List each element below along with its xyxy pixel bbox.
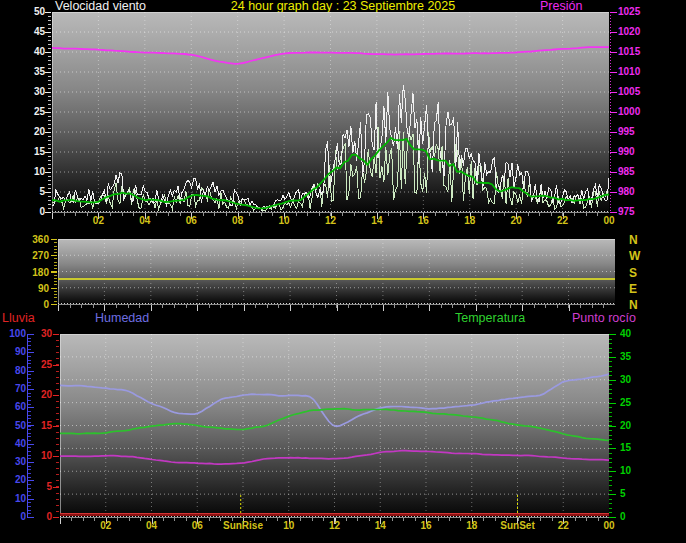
pressure-axis-tick-label: 995 xyxy=(618,127,635,137)
pressure-series xyxy=(52,47,609,64)
top-hour-label: 12 xyxy=(307,216,355,226)
temperature-axis-tick-label: 40 xyxy=(620,329,631,339)
bottom-hour-label: 16 xyxy=(402,521,450,531)
rain-label: Lluvia xyxy=(2,312,35,325)
panel1-canvas xyxy=(52,12,609,212)
pressure-axis-tick-label: 980 xyxy=(618,187,635,197)
direction-axis-tick-label: 360 xyxy=(1,235,49,245)
humidity-temperature-plot[interactable] xyxy=(60,334,609,517)
rain-axis-tick-label: 15 xyxy=(4,421,52,431)
wind-axis-tick-label: 40 xyxy=(0,47,45,57)
top-hour-label: 06 xyxy=(167,216,215,226)
pressure-axis-tick-label: 1020 xyxy=(618,27,640,37)
pressure-axis-tick-label: 1025 xyxy=(618,7,640,17)
pressure-axis-tick-label: 985 xyxy=(618,167,635,177)
direction-axis-ruler xyxy=(51,239,57,305)
wind-axis-tick-label: 50 xyxy=(0,7,45,17)
rain-axis-ruler xyxy=(53,334,59,518)
top-hour-label: 10 xyxy=(260,216,308,226)
humidity-label: Humedad xyxy=(95,312,149,325)
bottom-hour-label: SunSet xyxy=(494,521,542,531)
top-hour-label: 18 xyxy=(446,216,494,226)
compass-label: N xyxy=(629,300,638,310)
compass-label: E xyxy=(629,284,637,294)
wind-axis-tick-label: 15 xyxy=(0,147,45,157)
bottom-hour-label: 04 xyxy=(128,521,176,531)
rain-axis-tick-label: 30 xyxy=(4,329,52,339)
humidity-axis-tick-label: 90 xyxy=(0,347,26,357)
wind-axis-tick-label: 0 xyxy=(0,207,45,217)
rain-axis-tick-label: 10 xyxy=(4,451,52,461)
top-hour-label: 00 xyxy=(585,216,633,226)
wind-axis-tick-label: 30 xyxy=(0,87,45,97)
temperature-series xyxy=(60,409,609,441)
top-hour-label: 20 xyxy=(492,216,540,226)
temperature-axis-tick-label: 5 xyxy=(620,489,626,499)
wind-axis-tick-label: 10 xyxy=(0,167,45,177)
bottom-hour-label: SunRise xyxy=(219,521,267,531)
rain-axis-tick-label: 25 xyxy=(4,360,52,370)
direction-axis-tick-label: 180 xyxy=(1,268,49,278)
rain-axis-tick-label: 5 xyxy=(4,482,52,492)
panel3-canvas xyxy=(60,334,609,517)
bottom-hour-label: 22 xyxy=(539,521,587,531)
top-hour-label: 02 xyxy=(74,216,122,226)
pressure-axis-tick-label: 1010 xyxy=(618,67,640,77)
rain-axis-tick-label: 0 xyxy=(4,512,52,522)
direction-axis-tick-label: 0 xyxy=(1,300,49,310)
dewpoint-label: Punto rocío xyxy=(572,312,636,325)
top-hour-label: 04 xyxy=(121,216,169,226)
wind-axis-tick-label: 25 xyxy=(0,107,45,117)
temperature-axis-ruler xyxy=(609,334,616,518)
temperature-axis-tick-label: 20 xyxy=(620,421,631,431)
wind-axis-tick-label: 45 xyxy=(0,27,45,37)
bottom-hour-label: 12 xyxy=(311,521,359,531)
humidity-axis-tick-label: 10 xyxy=(0,494,26,504)
top-hour-label: 08 xyxy=(214,216,262,226)
rain-axis-tick-label: 20 xyxy=(4,390,52,400)
wind-direction-plot[interactable] xyxy=(58,239,615,304)
temperature-label: Temperatura xyxy=(455,312,525,325)
pressure-axis-ruler xyxy=(610,12,617,213)
bottom-hour-label: 02 xyxy=(82,521,130,531)
pressure-axis-tick-label: 990 xyxy=(618,147,635,157)
middle-x-axis xyxy=(58,304,615,311)
humidity-axis-tick-label: 60 xyxy=(0,402,26,412)
top-hour-label: 22 xyxy=(539,216,587,226)
weather-graph-window: Velocidad viento 24 hour graph day : 23 … xyxy=(0,0,686,543)
direction-axis-tick-label: 90 xyxy=(1,284,49,294)
wind-pressure-plot[interactable] xyxy=(52,12,609,212)
bottom-hour-label: 18 xyxy=(448,521,496,531)
direction-axis-tick-label: 270 xyxy=(1,251,49,261)
wind-axis-tick-label: 35 xyxy=(0,67,45,77)
compass-label: W xyxy=(629,251,640,261)
pressure-axis-tick-label: 1015 xyxy=(618,47,640,57)
temperature-axis-tick-label: 10 xyxy=(620,466,631,476)
panel2-canvas xyxy=(58,239,615,304)
bottom-hour-label: 10 xyxy=(265,521,313,531)
pressure-axis-tick-label: 1000 xyxy=(618,107,640,117)
compass-label: N xyxy=(629,235,638,245)
temperature-axis-tick-label: 15 xyxy=(620,443,631,453)
temperature-axis-tick-label: 35 xyxy=(620,352,631,362)
top-hour-label: 14 xyxy=(353,216,401,226)
wind-axis-tick-label: 20 xyxy=(0,127,45,137)
rain-series-top xyxy=(60,513,609,514)
temperature-axis-tick-label: 25 xyxy=(620,398,631,408)
bottom-hour-label: 06 xyxy=(173,521,221,531)
bottom-hour-label: 00 xyxy=(585,521,633,531)
humidity-axis-tick-label: 40 xyxy=(0,439,26,449)
temperature-axis-tick-label: 30 xyxy=(620,375,631,385)
bottom-hour-label: 14 xyxy=(356,521,404,531)
top-hour-label: 16 xyxy=(399,216,447,226)
pressure-axis-tick-label: 1005 xyxy=(618,87,640,97)
wind-axis-ruler xyxy=(45,12,51,213)
compass-label: S xyxy=(629,268,637,278)
wind-axis-tick-label: 5 xyxy=(0,187,45,197)
